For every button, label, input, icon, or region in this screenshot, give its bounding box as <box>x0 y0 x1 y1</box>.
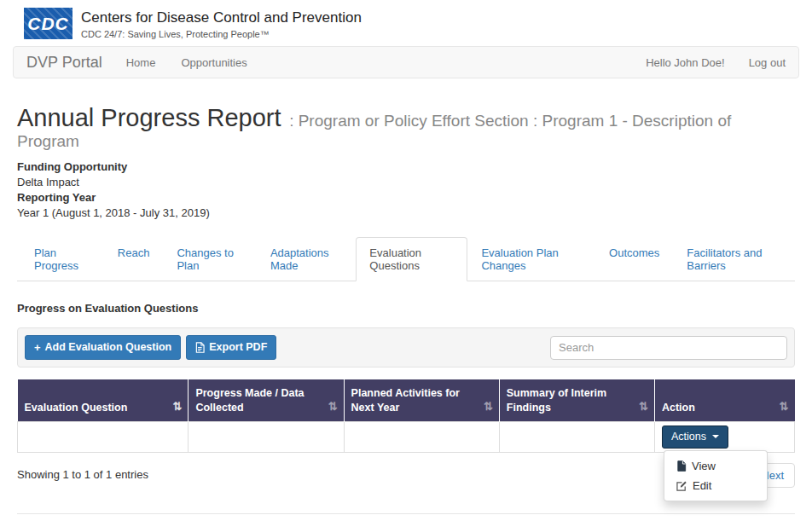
dropdown-item-view[interactable]: View <box>664 456 767 476</box>
cdc-tagline: CDC 24/7: Saving Lives, Protecting Peopl… <box>81 29 362 39</box>
sort-icon[interactable]: ⇅ <box>328 400 338 414</box>
tab-evaluation-questions[interactable]: Evaluation Questions <box>356 237 467 281</box>
nav-item-home[interactable]: Home <box>126 56 156 69</box>
funding-opportunity-label: Funding Opportunity <box>17 159 795 175</box>
reporting-year-label: Reporting Year <box>17 190 795 206</box>
sort-icon[interactable]: ⇅ <box>173 400 183 414</box>
edit-pencil-icon <box>676 480 687 491</box>
tab-outcomes[interactable]: Outcomes <box>595 237 673 281</box>
actions-dropdown-button[interactable]: Actions <box>662 425 728 449</box>
cell-action: Actions View <box>654 421 794 452</box>
caret-down-icon <box>712 435 719 438</box>
sort-icon[interactable]: ⇅ <box>780 400 789 414</box>
cell-progress-made <box>188 421 344 452</box>
column-header-action[interactable]: Action ⇅ <box>654 379 794 421</box>
navbar: DVP Portal Home Opportunities Hello John… <box>13 46 799 78</box>
evaluation-questions-table: Evaluation Question ⇅ Progress Made / Da… <box>17 379 795 488</box>
export-pdf-label: Export PDF <box>209 341 267 354</box>
tab-plan-progress[interactable]: Plan Progress <box>20 237 104 281</box>
tab-facilitators-and-barriers[interactable]: Facilitators and Barriers <box>673 237 795 281</box>
export-pdf-button[interactable]: Export PDF <box>186 335 276 360</box>
table-summary: Showing 1 to 1 of 1 entries <box>17 458 148 481</box>
toolbar: + Add Evaluation Question Export PDF <box>17 327 795 368</box>
navbar-brand[interactable]: DVP Portal <box>26 54 102 72</box>
cdc-masthead-text: Centers for Disease Control and Preventi… <box>81 8 362 39</box>
tab-evaluation-plan-changes[interactable]: Evaluation Plan Changes <box>467 237 595 281</box>
page-title-row: Annual Progress Report : Program or Poli… <box>17 104 795 151</box>
page-title: Annual Progress Report <box>17 104 281 131</box>
cdc-masthead: CDC Centers for Disease Control and Prev… <box>0 0 812 39</box>
plus-icon: + <box>34 341 41 355</box>
column-header-progress-made[interactable]: Progress Made / Data Collected ⇅ <box>188 379 344 421</box>
pdf-file-icon <box>195 342 205 353</box>
cell-planned-activities <box>344 421 499 452</box>
table-row: Actions View <box>18 421 795 452</box>
reporting-year-value: Year 1 (August 1, 2018 - July 31, 2019) <box>17 206 795 221</box>
add-evaluation-question-button[interactable]: + Add Evaluation Question <box>25 335 181 361</box>
cell-summary-findings <box>499 421 654 452</box>
main-content: Annual Progress Report : Program or Poli… <box>17 104 795 521</box>
sort-icon[interactable]: ⇅ <box>484 400 493 414</box>
nav-item-opportunities[interactable]: Opportunities <box>181 56 246 69</box>
report-info: Funding Opportunity Delta Impact Reporti… <box>17 159 795 221</box>
cdc-logo: CDC <box>24 8 72 39</box>
add-evaluation-question-label: Add Evaluation Question <box>45 341 172 354</box>
tab-changes-to-plan[interactable]: Changes to Plan <box>163 237 256 281</box>
sort-icon[interactable]: ⇅ <box>639 400 648 414</box>
user-greeting: Hello John Doe! <box>646 56 725 69</box>
column-header-evaluation-question[interactable]: Evaluation Question ⇅ <box>18 379 188 421</box>
column-header-planned-activities[interactable]: Planned Activities for Next Year ⇅ <box>344 379 499 421</box>
dropdown-item-edit[interactable]: Edit <box>664 476 767 495</box>
funding-opportunity-value: Delta Impact <box>17 175 795 190</box>
view-file-icon <box>676 460 687 472</box>
footer-divider <box>17 513 795 514</box>
tab-adaptations-made[interactable]: Adaptations Made <box>257 237 356 281</box>
tab-reach[interactable]: Reach <box>104 237 164 281</box>
section-heading: Progress on Evaluation Questions <box>17 302 795 315</box>
actions-label: Actions <box>671 431 706 443</box>
cell-evaluation-question <box>18 421 188 452</box>
column-header-summary-findings[interactable]: Summary of Interim Findings ⇅ <box>499 379 654 421</box>
search-input[interactable] <box>550 336 787 360</box>
actions-dropdown-menu: View Edit <box>664 450 768 501</box>
cdc-title: Centers for Disease Control and Preventi… <box>81 8 362 26</box>
table-header-row: Evaluation Question ⇅ Progress Made / Da… <box>18 379 795 421</box>
report-tabs: Plan Progress Reach Changes to Plan Adap… <box>17 237 795 281</box>
logout-link[interactable]: Log out <box>749 56 786 69</box>
